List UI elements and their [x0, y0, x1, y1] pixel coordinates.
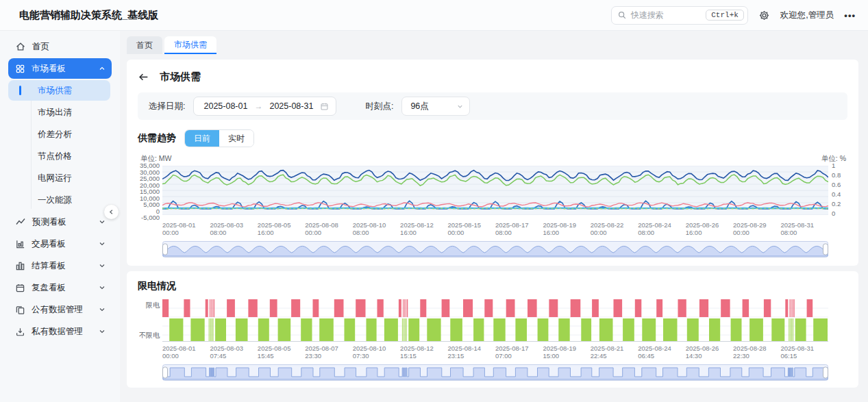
curtail-bar	[792, 299, 793, 317]
tab-market-supply-demand[interactable]: 市场供需	[164, 36, 216, 54]
brush-handle[interactable]	[163, 244, 168, 255]
axis-tick-label: 2025-08-29 00:00	[733, 221, 780, 236]
brush-handle[interactable]	[823, 367, 828, 378]
sidebar-item-review-board[interactable]: 复盘看板	[8, 277, 112, 298]
sidebar-item-forecast-board[interactable]: 预测看板	[8, 212, 112, 232]
gear-icon[interactable]	[758, 10, 770, 21]
no-curtail-bar	[215, 318, 226, 341]
no-curtail-bar	[791, 318, 792, 341]
no-curtail-bar	[813, 318, 828, 341]
no-curtail-bar	[515, 318, 527, 341]
curtail-bar	[214, 299, 215, 317]
curtail-bar	[656, 299, 662, 317]
no-curtail-bar	[405, 318, 406, 341]
back-arrow-icon[interactable]	[138, 71, 149, 83]
axis-tick-label: 2025-08-21 22:45	[591, 344, 638, 360]
curtail-bar	[212, 299, 213, 317]
column-chart-icon	[15, 261, 25, 271]
no-curtail-bar	[789, 318, 789, 341]
axis-tick-label: 2025-08-03 07:45	[210, 344, 257, 360]
no-curtail-bar	[427, 318, 441, 341]
sidebar-item-market-supply-demand[interactable]: 市场供需	[8, 80, 110, 101]
curtail-bar	[356, 299, 365, 317]
axis-tick-label: 2025-08-05 15:45	[258, 344, 305, 360]
no-curtail-bar	[408, 318, 419, 341]
curtail-bar	[807, 299, 813, 317]
axis-tick-label: 2025-08-12 16:00	[400, 221, 447, 236]
sidebar-item-private-data[interactable]: 私有数据管理	[8, 321, 112, 342]
axis-tick-label: 2025-08-31 08:00	[780, 221, 828, 236]
curtail-bar	[614, 299, 623, 317]
no-curtail-bar	[278, 318, 291, 341]
curtail-bar	[592, 299, 599, 317]
filter-bar: 选择日期: 2025-08-01 → 2025-08-31 时刻点: 96点	[138, 92, 847, 120]
no-curtail-bar	[213, 318, 214, 341]
curtailment-zoom-brush[interactable]	[162, 364, 828, 381]
curtail-bar	[549, 299, 558, 317]
curtail-bar	[291, 299, 300, 317]
main-area: 首页 市场供需 市场供需 选择日期: 2025-08-01 → 2025-08-…	[120, 31, 868, 402]
sidebar-item-public-data[interactable]: 公有数据管理	[8, 299, 112, 320]
sidebar-item-primary-energy[interactable]: 一次能源	[8, 190, 110, 210]
no-curtail-bar	[367, 318, 377, 341]
trend-zoom-brush[interactable]	[162, 241, 828, 257]
home-icon	[15, 41, 26, 52]
axis-tick-label: 2025-08-07 23:30	[305, 344, 352, 360]
axis-tick-label: 0	[832, 210, 835, 217]
search-input[interactable]: 快速搜索 Ctrl+k	[611, 6, 748, 25]
brush-handle[interactable]	[823, 244, 828, 255]
sidebar: 首页 市场看板 市场供需 市场出清 价差分析 节点价格 电网运行 一次能源 预测…	[0, 31, 120, 402]
no-curtail-bar	[793, 318, 793, 341]
sidebar-item-price-spread[interactable]: 价差分析	[8, 124, 110, 145]
no-curtail-bar	[236, 318, 248, 341]
no-curtail-bar	[450, 318, 462, 341]
sidebar-item-market-clearing[interactable]: 市场出清	[8, 102, 110, 123]
no-curtail-bar	[687, 318, 699, 341]
axis-tick-label: 1	[832, 162, 835, 169]
range-arrow: →	[254, 101, 262, 111]
search-placeholder: 快速搜索	[631, 10, 702, 21]
y-axis-left-ticks: 35,00030,00025,00020,00015,00010,0005,00…	[138, 162, 162, 218]
axis-tick-label: 2025-08-26 16:00	[686, 221, 733, 236]
more-menu-button[interactable]: •••	[844, 10, 856, 21]
axis-tick-label: 2025-08-10 08:00	[353, 221, 400, 236]
curtail-bar	[463, 299, 473, 317]
no-curtail-bar	[599, 318, 613, 341]
sidebar-item-settlement-board[interactable]: 结算看板	[8, 255, 112, 276]
date-range-picker[interactable]: 2025-08-01 → 2025-08-31	[193, 97, 336, 116]
curtail-bar	[334, 299, 344, 317]
curtail-bar	[743, 299, 749, 317]
x-axis-labels-curtailment: 2025-08-01 00:002025-08-03 07:452025-08-…	[162, 344, 828, 360]
sidebar-item-grid-operation[interactable]: 电网运行	[8, 168, 110, 188]
bar-chart-icon	[15, 239, 25, 249]
axis-tick-label: 2025-08-24 08:00	[638, 221, 685, 236]
search-shortcut-badge: Ctrl+k	[706, 10, 744, 21]
chevron-up-icon	[98, 64, 106, 73]
sidebar-item-market-board[interactable]: 市场看板	[8, 58, 112, 79]
trend-icon	[15, 216, 26, 227]
axis-tick-label: 2025-08-24 06:45	[638, 344, 685, 360]
download-icon	[15, 327, 25, 337]
brush-handle[interactable]	[163, 367, 168, 378]
time-point-select[interactable]: 96点	[401, 97, 470, 116]
curtail-bar	[403, 299, 404, 317]
sidebar-item-home[interactable]: 首页	[8, 36, 112, 57]
curtail-bar	[162, 299, 169, 317]
toggle-day-ahead[interactable]: 日前	[185, 130, 219, 147]
axis-tick-label: 2025-08-08 00:00	[305, 221, 352, 236]
tab-home[interactable]: 首页	[127, 36, 162, 54]
no-curtail-bar	[771, 318, 784, 341]
curtail-bar	[313, 299, 319, 317]
tab-strip: 首页 市场供需	[127, 31, 858, 54]
sidebar-item-trade-board[interactable]: 交易看板	[8, 234, 112, 254]
welcome-user-label[interactable]: 欢迎您,管理员	[780, 10, 834, 21]
x-axis-labels-trend: 2025-08-01 00:002025-08-03 08:002025-08-…	[162, 221, 828, 236]
sidebar-item-node-price[interactable]: 节点价格	[8, 146, 110, 166]
sidebar-collapse-button[interactable]	[104, 205, 119, 219]
no-curtail-bar	[642, 318, 656, 341]
state-axis-labels: 限电 不限电	[138, 299, 162, 342]
no-curtail-bar	[169, 318, 183, 341]
date-end-value: 2025-08-31	[269, 101, 313, 111]
chevron-down-icon	[98, 218, 106, 226]
toggle-realtime[interactable]: 实时	[219, 130, 253, 147]
